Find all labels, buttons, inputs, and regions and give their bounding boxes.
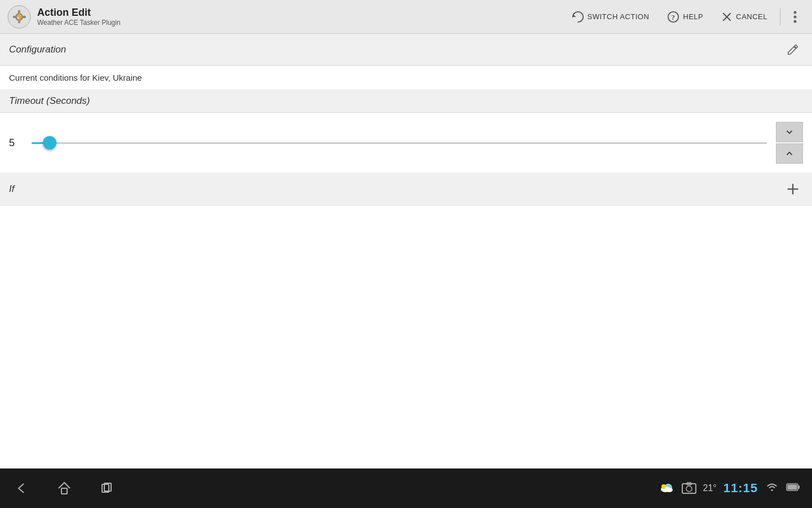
cancel-icon [721, 11, 732, 23]
cancel-button[interactable]: CANCEL [713, 7, 775, 27]
svg-point-25 [661, 484, 666, 489]
config-description: Current conditions for Kiev, Ukraine [0, 66, 812, 90]
back-button[interactable] [11, 478, 32, 498]
recents-icon [99, 480, 115, 496]
config-description-text: Current conditions for Kiev, Ukraine [9, 73, 142, 82]
cancel-label: CANCEL [736, 12, 767, 21]
timeout-slider-row: 5 [0, 113, 812, 173]
home-icon [56, 480, 72, 496]
main-content: Configuration Current conditions for Kie… [0, 34, 812, 468]
switch-action-label: SWITCH ACTION [588, 12, 650, 21]
status-temperature: 21° [703, 483, 717, 493]
bottom-nav-bar: 21° 11:15 [0, 468, 812, 508]
battery-icon [786, 483, 801, 494]
svg-rect-31 [788, 485, 797, 490]
help-icon: ? [667, 11, 679, 23]
timeout-section-header: Timeout (Seconds) [0, 90, 812, 113]
timeout-label: Timeout (Seconds) [9, 95, 90, 106]
configuration-label: Configuration [9, 44, 66, 55]
nav-icons [11, 478, 117, 498]
weather-status-icon [658, 482, 675, 494]
svg-point-15 [794, 15, 797, 18]
top-bar: Action Edit Weather ACE Tasker Plugin SW… [0, 0, 812, 34]
status-time: 11:15 [723, 481, 758, 496]
svg-rect-30 [798, 485, 800, 489]
slider-buttons [776, 122, 803, 164]
app-title-block: Action Edit Weather ACE Tasker Plugin [37, 7, 564, 27]
svg-point-24 [666, 488, 673, 492]
edit-pencil-button[interactable] [783, 40, 803, 60]
slider-increase-button[interactable] [776, 143, 803, 164]
slider-track[interactable] [32, 142, 767, 144]
svg-point-14 [794, 11, 797, 14]
add-icon [785, 181, 801, 197]
help-button[interactable]: ? HELP [659, 6, 711, 28]
configuration-section-header: Configuration [0, 34, 812, 66]
switch-action-icon [572, 11, 584, 23]
weather-mini-svg [658, 482, 675, 494]
switch-action-button[interactable]: SWITCH ACTION [564, 6, 657, 28]
help-label: HELP [683, 12, 703, 21]
svg-text:?: ? [672, 13, 676, 21]
back-icon [14, 480, 29, 496]
top-bar-actions: SWITCH ACTION ? HELP CANCEL [564, 6, 806, 28]
pencil-icon [787, 43, 799, 56]
if-label: If [9, 183, 14, 195]
app-icon [7, 5, 32, 29]
wifi-svg [765, 481, 779, 493]
app-title: Action Edit [37, 7, 564, 19]
wifi-icon [765, 481, 779, 495]
svg-rect-19 [61, 488, 67, 494]
svg-point-27 [686, 486, 692, 492]
status-bar-right: 21° 11:15 [658, 481, 801, 496]
home-button[interactable] [54, 478, 74, 498]
svg-rect-5 [13, 16, 16, 18]
more-button[interactable] [785, 7, 805, 27]
slider-thumb[interactable] [43, 136, 56, 150]
photo-status-icon [682, 482, 696, 494]
app-subtitle: Weather ACE Tasker Plugin [37, 19, 564, 27]
timeout-value: 5 [9, 137, 23, 149]
toolbar-divider [780, 8, 780, 25]
more-icon [793, 10, 797, 24]
chevron-up-icon [784, 148, 795, 159]
slider-decrease-button[interactable] [776, 122, 803, 142]
battery-svg [786, 483, 801, 492]
svg-point-16 [794, 20, 797, 23]
add-condition-button[interactable] [783, 179, 803, 199]
photo-mini-svg [682, 482, 696, 494]
slider-track-container[interactable] [32, 137, 767, 148]
chevron-down-icon [784, 127, 795, 137]
recents-button[interactable] [97, 478, 117, 498]
if-section-header: If [0, 173, 812, 205]
